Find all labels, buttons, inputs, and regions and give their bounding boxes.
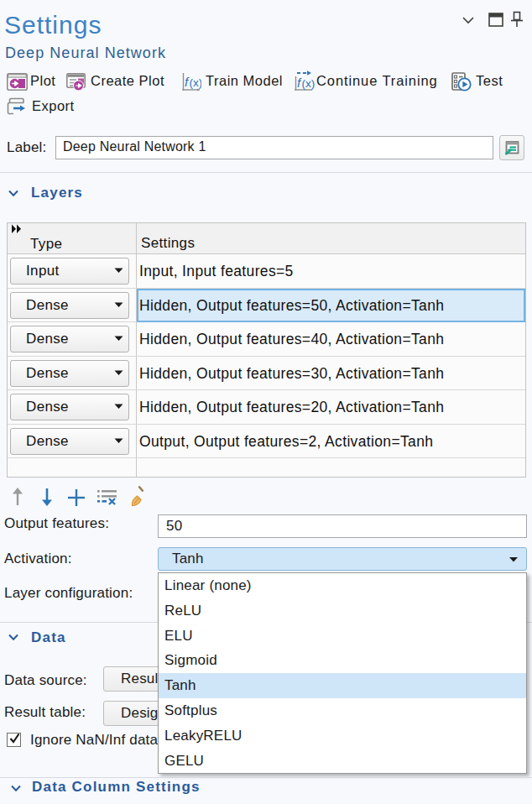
svg-text:(x): (x): [302, 77, 316, 90]
svg-text:(x): (x): [190, 76, 202, 89]
